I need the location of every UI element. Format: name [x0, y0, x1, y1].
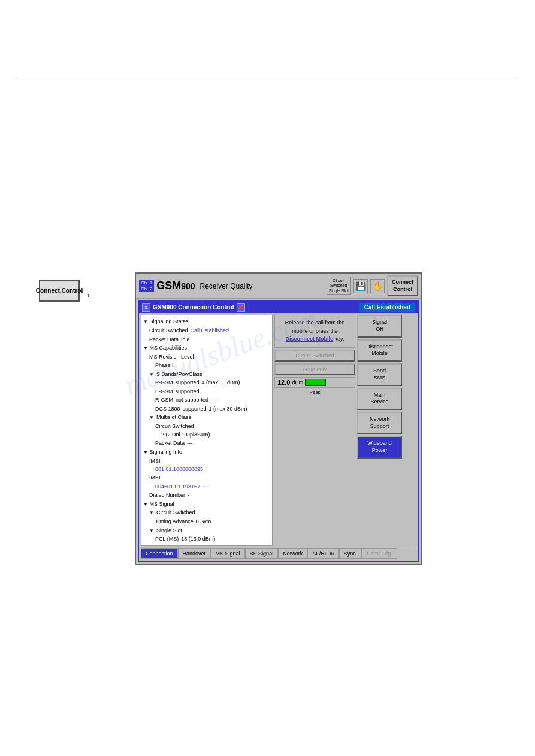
connect-control-button[interactable]: ConnectControl: [387, 275, 418, 296]
power-display: 12.0 dBm: [274, 377, 355, 388]
bottom-tabs: Connection Handover MS Signal BS Signal …: [141, 548, 416, 559]
title-bar-left: Ch. 1 Ch. 2 GSM900 Receiver Quality: [139, 280, 253, 292]
left-panel-tree: ▼ Signaling States Circuit Switched Call…: [141, 315, 273, 545]
tab-ms-signal[interactable]: MS Signal: [211, 548, 245, 559]
title-bar-right: Circuit Switched Single Slot 💾 🖐 Connect…: [327, 275, 418, 296]
conn-title-left: ≡ GSM900 Connection Control 📌: [142, 303, 245, 312]
arrow-icon: →: [80, 289, 92, 302]
gsm-only-button[interactable]: GSM only: [274, 363, 355, 375]
tab-network[interactable]: Network: [278, 548, 307, 559]
tab-handover[interactable]: Handover: [178, 548, 211, 559]
conn-title-icon2: 📌: [237, 303, 245, 312]
tree-circuit-switched: Circuit Switched Call Established: [143, 326, 270, 335]
tree-s-bands: ▼ S Bands/PowClass: [143, 370, 270, 379]
release-info-box: Release the call from the mobile or pres…: [274, 315, 355, 348]
tree-imei: IMEI: [143, 473, 270, 482]
conn-title-bar: ≡ GSM900 Connection Control 📌 Call Estab…: [139, 302, 418, 313]
title-gsm: GSM900: [156, 280, 195, 292]
tree-signaling-info: ▼ Signaling Info: [143, 448, 270, 457]
tree-pd2: Packet Data ---: [143, 439, 270, 447]
tree-dcs1800: DCS 1800 supported 1 (max 30 dBm): [143, 405, 270, 413]
tree-packet-data: Packet Data Idle: [143, 335, 270, 344]
tree-egsm: E-GSM supported: [143, 387, 270, 396]
signal-off-button[interactable]: SignalOff: [357, 315, 402, 337]
tree-imei-val: 004601.01.198157.00: [143, 482, 270, 491]
main-service-button[interactable]: MainService: [357, 388, 402, 410]
tree-ms-capabilities: ▼ MS Capabilities: [143, 344, 270, 353]
tree-signaling-states: ▼ Signaling States: [143, 317, 270, 326]
power-peak-label: Peak: [274, 390, 355, 395]
tree-timing: Timing Advance 0 Sym: [143, 517, 270, 526]
top-divider: [18, 78, 517, 78]
conn-title-icon: ≡: [142, 303, 150, 312]
tree-cs2: Circuit Switched: [143, 422, 270, 430]
connect-control-label: Connect. Control: [39, 280, 80, 302]
tree-imsi: IMSI: [143, 457, 270, 465]
conn-control-window: ≡ GSM900 Connection Control 📌 Call Estab…: [138, 300, 419, 561]
network-support-button[interactable]: NetworkSupport: [357, 412, 402, 434]
tab-connection[interactable]: Connection: [141, 548, 178, 559]
tree-rgsm: R-GSM not supported ---: [143, 396, 270, 404]
tree-multislot: ▼ Multislot Class: [143, 413, 270, 422]
cs-badge: Circuit Switched Single Slot: [327, 277, 351, 295]
main-window: Ch. 1 Ch. 2 GSM900 Receiver Quality Circ…: [135, 272, 422, 565]
tree-dialed: Dialed Number -: [143, 491, 270, 499]
circuit-switched-button[interactable]: Circuit Switched: [274, 350, 355, 362]
tree-ms-signal: ▼ MS Signal: [143, 500, 270, 509]
tree-single-slot: ▼ Single Slot: [143, 526, 270, 535]
disk-icon[interactable]: 💾: [353, 279, 368, 293]
disconnect-mobile-button[interactable]: DisconnectMobile: [357, 339, 402, 362]
tree-pcl-ms: PCL (MS) 15 (13.0 dBm): [143, 535, 270, 543]
call-established-badge: Call Established: [359, 303, 415, 312]
tree-cs3: ▼ Circuit Switched: [143, 508, 270, 517]
tab-afrf[interactable]: AF/RF ⊕: [307, 548, 339, 559]
wideband-power-button[interactable]: WidebandPower: [357, 436, 402, 458]
tree-cs2-val: 2 (2 Dnl 1 Upl3Sum): [143, 430, 270, 439]
tab-bs-signal[interactable]: BS Signal: [245, 548, 279, 559]
tree-ms-revision-val: Phase I: [143, 361, 270, 369]
middle-panel: Release the call from the mobile or pres…: [274, 315, 355, 545]
tree-pgsm: P-GSM supported 4 (max 33 dBm): [143, 378, 270, 387]
title-subtitle: Receiver Quality: [200, 282, 253, 290]
page: Connect. Control → Ch. 1 Ch. 2 GSM900 Re…: [0, 0, 535, 756]
tree-imsi-val: 001.01.1000000095: [143, 465, 270, 473]
power-bar: [305, 379, 326, 386]
tree-ms-revision: MS Revision Level: [143, 353, 270, 361]
tab-comit-cfg[interactable]: Comit Cfg.: [362, 548, 397, 559]
tab-sync[interactable]: Sync.: [339, 548, 362, 559]
title-bar: Ch. 1 Ch. 2 GSM900 Receiver Quality Circ…: [136, 274, 421, 299]
send-sms-button[interactable]: SendSMS: [357, 363, 402, 385]
hand-icon[interactable]: 🖐: [370, 279, 385, 293]
channel-badge: Ch. 1 Ch. 2: [139, 280, 154, 292]
right-panel: SignalOff DisconnectMobile SendSMS MainS…: [357, 315, 402, 545]
conn-content: ▼ Signaling States Circuit Switched Call…: [139, 313, 418, 547]
